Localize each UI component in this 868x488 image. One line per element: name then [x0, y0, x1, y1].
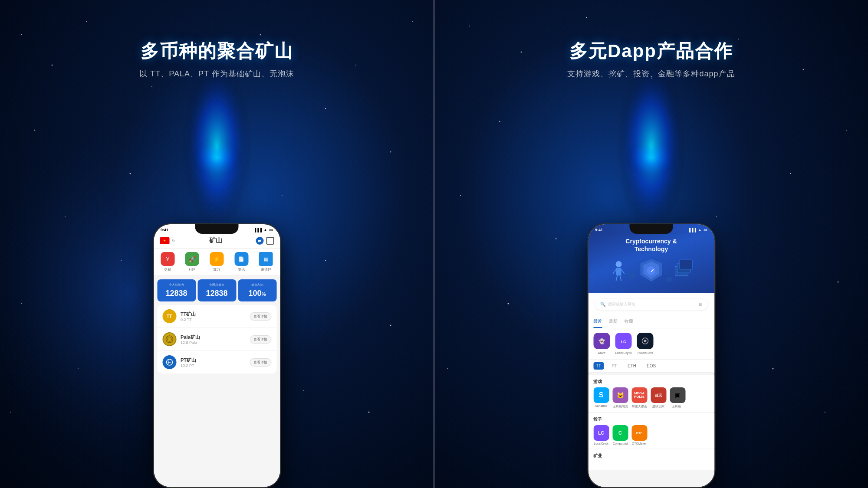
supergamer-label: 超级玩家 — [652, 404, 664, 409]
recent-app-tokensets[interactable]: TokenSets — [637, 333, 653, 355]
svg-point-51 — [599, 128, 704, 214]
app-otcmaker[interactable]: OTC OTCMaker — [631, 425, 647, 445]
left-title-block: 多币种的聚合矿山 以 TT、PALA、PT 作为基础矿山、无泡沫 — [139, 39, 294, 79]
search-icon: 🔍 — [600, 302, 605, 307]
mining-item-tt[interactable]: TT TT矿山 0.2 TT 查看详情 — [157, 305, 276, 328]
svg-point-29 — [167, 337, 171, 341]
pt-logo — [162, 355, 176, 369]
svg-point-3 — [86, 21, 87, 22]
icon-trade[interactable]: ¥ 交易 — [161, 252, 174, 272]
svg-point-15 — [303, 390, 304, 391]
sandbox-label: Sandbox — [595, 404, 607, 407]
megapolis-label: 加密大都会 — [632, 404, 647, 409]
battery-icon: ▭ — [269, 228, 273, 232]
status-bar-left: 9:41 ▐▐▐ ▲ ▭ — [154, 224, 280, 234]
right-main-title: 多元Dapp产品合作 — [567, 39, 735, 63]
right-phone-container: 9:41 ▐▐▐ ▲ ▭ Cryptocurrency &Technology — [587, 223, 715, 488]
stat-network: 全网总算力 12838 — [197, 279, 236, 301]
app-supergamer[interactable]: 超玩 超级玩家 — [651, 387, 666, 409]
pala-name: Pala矿山 — [181, 334, 250, 341]
wifi-icon-r: ▲ — [698, 228, 702, 232]
svg-point-2 — [52, 65, 53, 66]
status-time-right: 9:41 — [595, 228, 603, 232]
pala-detail-btn[interactable]: 查看详情 — [250, 335, 271, 344]
tab-recent[interactable]: 最近 — [593, 316, 602, 328]
app-megapolis[interactable]: MEGAPOLIS 加密大都会 — [631, 387, 647, 409]
wallet-nav-icon[interactable]: ⇄ — [256, 237, 263, 245]
app-compound[interactable]: C Compound — [612, 425, 628, 445]
icon-grid: ¥ 交易 🚀 社区 ⚡ 算力 📄 资讯 — [154, 249, 280, 276]
stat-value-personal: 12838 — [165, 289, 187, 298]
left-phone: 9:41 ▐▐▐ ▲ ▭ ★ ↻ — [153, 223, 281, 488]
mining-item-pt[interactable]: PT矿山 10.2 PT 查看详情 — [157, 351, 276, 373]
status-time-left: 9:41 — [161, 228, 168, 232]
svg-point-8 — [325, 108, 326, 109]
dapp-screen: 9:41 ▐▐▐ ▲ ▭ Cryptocurrency &Technology — [588, 224, 714, 487]
hashrate-icon: ⚡ — [210, 252, 224, 266]
localcrypt-label: LocalCrypt — [615, 351, 631, 355]
sandbox-icon: S — [593, 387, 609, 403]
otcmaker-icon: OTC — [631, 425, 647, 441]
cat-tab-eth[interactable]: ETH — [625, 362, 639, 370]
dapp-tabs: 最近 最新 收藏 — [588, 316, 714, 328]
app-lc2[interactable]: LC LocalCrypt — [593, 425, 609, 445]
stat-label-personal: 个人总算力 — [169, 283, 184, 287]
svg-point-37 — [803, 69, 804, 70]
right-phone-screen: 9:41 ▐▐▐ ▲ ▭ Cryptocurrency &Technology — [588, 224, 714, 487]
signal-icon-r: ▐▐▐ — [688, 228, 696, 232]
dice-section: 骰子 LC LocalCrypt C Compound OTC — [588, 413, 714, 449]
recent-app-aave[interactable]: 👻 Aave — [593, 333, 610, 355]
cat-tab-pt[interactable]: PT — [609, 362, 620, 370]
signal-icon: ▐▐▐ — [253, 228, 262, 232]
svg-point-45 — [447, 368, 448, 369]
app-pet[interactable]: 🐱 区块链萌宠 — [612, 387, 628, 409]
search-bar[interactable]: 🔍 搜索或输入网址 ⊞ — [595, 299, 707, 310]
tokensets-icon — [637, 333, 653, 349]
tab-latest[interactable]: 最新 — [609, 316, 618, 328]
icon-community[interactable]: 🚀 社区 — [185, 252, 199, 272]
pt-info: PT矿山 10.2 PT — [181, 357, 250, 368]
category-tabs: TT PT ETH EOS — [588, 360, 714, 373]
dapp-illustration: ✓ — [594, 255, 708, 286]
grid-nav-icon[interactable] — [266, 237, 274, 245]
stats-row: 个人总算力 12838 全网总算力 12838 算力占比 100 % — [154, 276, 280, 305]
svg-point-5 — [34, 130, 36, 131]
svg-text:LC: LC — [621, 340, 626, 344]
recent-app-localcrypt[interactable]: LC LocalCrypt — [615, 333, 631, 355]
svg-point-16 — [368, 412, 370, 413]
icon-news[interactable]: 📄 资讯 — [234, 252, 248, 272]
svg-point-43 — [773, 368, 774, 370]
svg-point-1 — [21, 34, 22, 35]
icon-hashrate[interactable]: ⚡ 算力 — [210, 252, 224, 272]
svg-rect-66 — [629, 273, 635, 278]
svg-point-49 — [790, 173, 791, 174]
stat-value-network: 12838 — [206, 289, 227, 298]
invite-icon: ▦ — [259, 252, 273, 266]
app-blockchain[interactable]: ▣ 区块链... — [670, 387, 685, 409]
status-bar-right: 9:41 ▐▐▐ ▲ ▭ — [588, 224, 714, 234]
mining-screen: 9:41 ▐▐▐ ▲ ▭ ★ ↻ — [154, 224, 280, 487]
tab-favorites[interactable]: 收藏 — [625, 316, 633, 328]
right-power-button — [714, 268, 715, 289]
trade-label: 交易 — [164, 267, 171, 272]
blockchain-label: 区块链... — [672, 404, 684, 409]
svg-point-20 — [282, 195, 283, 196]
icon-invite[interactable]: ▦ 邀请码 — [259, 252, 273, 272]
dice-title: 骰子 — [593, 416, 709, 422]
localcrypt-icon: LC — [615, 333, 631, 349]
cat-tab-eos[interactable]: EOS — [644, 362, 658, 370]
cat-tab-tt[interactable]: TT — [593, 362, 604, 370]
svg-rect-54 — [616, 268, 621, 275]
app-sandbox[interactable]: S Sandbox — [593, 387, 609, 409]
stat-value-ratio: 100 — [249, 289, 262, 298]
right-panel: 多元Dapp产品合作 支持游戏、挖矿、投资、金融等多种dapp产品 9:41 ▐… — [434, 0, 868, 488]
scan-icon[interactable]: ⊞ — [699, 302, 702, 307]
svg-point-74 — [644, 340, 646, 342]
right-phone: 9:41 ▐▐▐ ▲ ▭ Cryptocurrency &Technology — [587, 223, 715, 488]
tt-detail-btn[interactable]: 查看详情 — [250, 312, 271, 321]
pt-detail-btn[interactable]: 查看详情 — [250, 358, 271, 367]
compound-label: Compound — [613, 442, 628, 445]
mining-item-pala[interactable]: Pala矿山 12.8 Pala 查看详情 — [157, 328, 276, 351]
games-row: S Sandbox 🐱 区块链萌宠 MEGAPOLIS 加密大都会 — [593, 387, 709, 409]
tt-name: TT矿山 — [181, 311, 250, 318]
